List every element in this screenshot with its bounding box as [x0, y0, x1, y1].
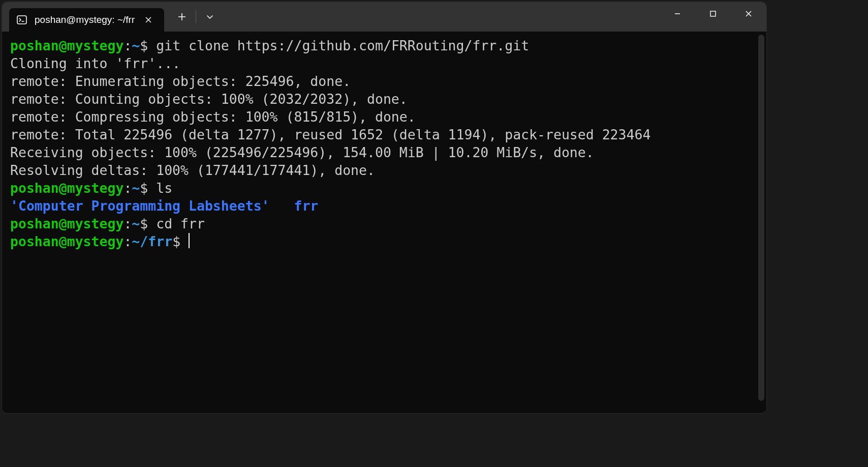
- prompt-symbol: $: [140, 38, 156, 53]
- tab-dropdown-button[interactable]: [197, 5, 223, 28]
- terminal-line: poshan@mystegy:~/frr$: [10, 232, 758, 250]
- command-text: git clone https://github.com/FRRouting/f…: [156, 38, 529, 53]
- tab-strip: poshan@mystegy: ~/frr: [2, 2, 164, 32]
- svg-rect-7: [710, 11, 716, 16]
- terminal-line: Resolving deltas: 100% (177441/177441), …: [10, 161, 758, 179]
- command-text: ls: [156, 180, 172, 196]
- output-text: Receiving objects: 100% (225496/225496),…: [10, 144, 594, 160]
- terminal-line: poshan@mystegy:~$ git clone https://gith…: [10, 37, 758, 54]
- ls-separator: [270, 198, 294, 214]
- tab-close-button[interactable]: [142, 13, 155, 26]
- prompt-symbol: $: [140, 180, 156, 196]
- prompt-colon: :: [123, 180, 132, 196]
- prompt-colon: :: [123, 216, 132, 231]
- terminal-line: remote: Enumerating objects: 225496, don…: [10, 72, 758, 90]
- tab-title: poshan@mystegy: ~/frr: [35, 14, 135, 25]
- window-controls: [660, 2, 766, 25]
- terminal-line: 'Computer Programming Labsheets' frr: [10, 197, 758, 215]
- cursor: [189, 233, 190, 248]
- terminal-line: remote: Compressing objects: 100% (815/8…: [10, 108, 758, 126]
- terminal-line: Receiving objects: 100% (225496/225496),…: [10, 143, 758, 161]
- ls-directory: 'Computer Programming Labsheets': [10, 198, 270, 214]
- prompt-colon: :: [123, 38, 132, 53]
- terminal-line: poshan@mystegy:~$ cd frr: [10, 215, 758, 232]
- prompt-path: ~: [132, 38, 140, 53]
- title-bar: poshan@mystegy: ~/frr: [2, 2, 766, 32]
- svg-rect-0: [17, 16, 26, 24]
- terminal-line: remote: Counting objects: 100% (2032/203…: [10, 90, 758, 108]
- scrollbar[interactable]: [758, 35, 764, 401]
- prompt-user-host: poshan@mystegy: [10, 180, 123, 196]
- ls-directory: frr: [294, 198, 318, 214]
- prompt-user-host: poshan@mystegy: [10, 38, 123, 53]
- terminal-output[interactable]: poshan@mystegy:~$ git clone https://gith…: [2, 32, 766, 413]
- terminal-line: remote: Total 225496 (delta 1277), reuse…: [10, 126, 758, 143]
- close-window-button[interactable]: [731, 2, 766, 25]
- minimize-button[interactable]: [660, 2, 695, 25]
- prompt-colon: :: [123, 234, 132, 249]
- prompt-user-host: poshan@mystegy: [10, 216, 123, 231]
- tab-active[interactable]: poshan@mystegy: ~/frr: [9, 8, 164, 32]
- terminal-line: Cloning into 'frr'...: [10, 54, 758, 72]
- output-text: Resolving deltas: 100% (177441/177441), …: [10, 162, 375, 178]
- maximize-button[interactable]: [695, 2, 731, 25]
- output-text: remote: Enumerating objects: 225496, don…: [10, 73, 351, 89]
- output-text: remote: Counting objects: 100% (2032/203…: [10, 91, 408, 107]
- terminal-profile-icon: [16, 14, 27, 25]
- prompt-symbol: $: [140, 216, 156, 231]
- terminal-line: poshan@mystegy:~$ ls: [10, 179, 758, 197]
- prompt-path: ~: [132, 180, 140, 196]
- prompt-path: ~: [132, 216, 140, 231]
- divider: [196, 10, 196, 23]
- output-text: remote: Compressing objects: 100% (815/8…: [10, 109, 416, 125]
- output-text: Cloning into 'frr'...: [10, 55, 180, 71]
- terminal-window: poshan@mystegy: ~/frr: [2, 2, 766, 413]
- prompt-symbol: $: [172, 234, 189, 249]
- command-text: cd frr: [156, 216, 205, 231]
- new-tab-button[interactable]: [169, 5, 195, 28]
- prompt-path: ~/frr: [132, 234, 172, 249]
- prompt-user-host: poshan@mystegy: [10, 234, 123, 249]
- output-text: remote: Total 225496 (delta 1277), reuse…: [10, 127, 650, 142]
- tab-actions: [164, 2, 223, 32]
